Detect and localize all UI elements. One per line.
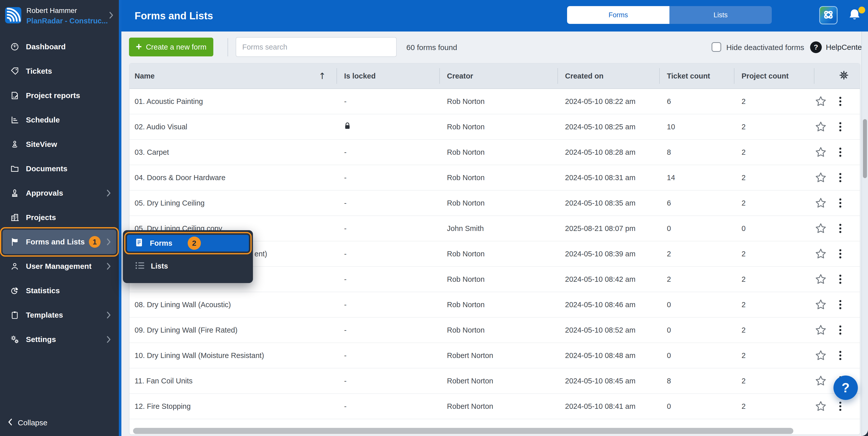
- table-row[interactable]: 02. Audio VisualRob Norton2024-05-10 08:…: [129, 114, 860, 140]
- project-count-cell: 2: [735, 275, 814, 284]
- forms-search-input[interactable]: [236, 37, 397, 57]
- kebab-menu-icon[interactable]: [838, 400, 843, 412]
- form-name-cell[interactable]: 01. Acoustic Painting: [129, 97, 337, 106]
- form-name-cell[interactable]: 11. Fan Coil Units: [129, 377, 337, 385]
- form-name-cell[interactable]: 09. Dry Lining Wall (Fire Rated): [129, 326, 337, 335]
- vertical-scrollbar-track[interactable]: [861, 31, 868, 436]
- row-actions-cell: [814, 273, 860, 285]
- form-name-cell[interactable]: 10. Dry Lining Wall (Moisture Resistant): [129, 351, 337, 360]
- column-header-creator[interactable]: Creator: [440, 63, 558, 88]
- sidebar-item-tickets[interactable]: Tickets: [3, 59, 116, 83]
- created-on-cell: 2024-05-10 08:41 am: [558, 402, 660, 411]
- context-menu-forms-item[interactable]: Forms 2: [127, 235, 249, 252]
- kebab-menu-icon[interactable]: [838, 197, 843, 209]
- create-new-form-button[interactable]: + Create a new form: [129, 38, 213, 56]
- toggle-forms-tab[interactable]: Forms: [567, 6, 670, 24]
- form-name-cell[interactable]: 04. Doors & Door Hardware: [129, 174, 337, 182]
- sidebar-item-documents[interactable]: Documents: [3, 156, 116, 181]
- kebab-menu-icon[interactable]: [838, 95, 843, 108]
- ticket-count-cell: 0: [660, 326, 735, 335]
- sidebar-item-dashboard[interactable]: Dashboard: [3, 34, 116, 59]
- notifications-button[interactable]: [847, 7, 864, 25]
- table-row[interactable]: 12. Fire Stopping-Robert Norton2024-05-1…: [129, 394, 860, 419]
- favorite-star-icon[interactable]: [815, 172, 827, 183]
- column-header-name[interactable]: Name ↑: [129, 63, 337, 88]
- sidebar-item-siteview[interactable]: SiteView: [3, 132, 116, 156]
- favorite-star-icon[interactable]: [815, 146, 827, 158]
- kebab-menu-icon[interactable]: [838, 121, 843, 133]
- vertical-scrollbar-thumb[interactable]: [863, 119, 867, 178]
- column-header-ticket-count[interactable]: Ticket count: [660, 63, 735, 88]
- table-row[interactable]: 01. Acoustic Painting-Rob Norton2024-05-…: [129, 89, 860, 114]
- project-count-cell: 2: [735, 402, 814, 411]
- form-document-icon: [135, 238, 143, 248]
- ai-assistant-button[interactable]: [819, 6, 838, 24]
- ticket-count-cell: 2: [660, 275, 735, 284]
- favorite-star-icon[interactable]: [815, 121, 827, 133]
- help-bubble-button[interactable]: ?: [834, 376, 858, 400]
- column-header-project-count[interactable]: Project count: [735, 63, 814, 88]
- sidebar-item-approvals[interactable]: Approvals: [3, 181, 116, 205]
- favorite-star-icon[interactable]: [815, 273, 827, 285]
- column-header-actions: [814, 63, 860, 88]
- table-row[interactable]: 11. Fan Coil Units-Robert Norton2024-05-…: [129, 369, 860, 394]
- kebab-menu-icon[interactable]: [838, 324, 843, 336]
- table-row[interactable]: 08. Dry Lining Wall (Acoustic)-Rob Norto…: [129, 292, 860, 318]
- chevron-right-icon: [106, 262, 111, 270]
- context-menu-lists-item[interactable]: Lists: [127, 258, 249, 274]
- table-row[interactable]: 04. Doors & Door Hardware-Rob Norton2024…: [129, 165, 860, 191]
- toggle-lists-tab[interactable]: Lists: [670, 6, 772, 24]
- table-row[interactable]: 05. Dry Lining Ceiling-Rob Norton2024-05…: [129, 191, 860, 216]
- favorite-star-icon[interactable]: [815, 223, 827, 234]
- horizontal-scrollbar-thumb[interactable]: [133, 428, 793, 434]
- hide-deactivated-label[interactable]: Hide deactivated forms: [726, 43, 804, 52]
- created-on-cell: 2024-05-10 08:45 am: [558, 377, 660, 385]
- favorite-star-icon[interactable]: [815, 350, 827, 361]
- table-row[interactable]: 09. Dry Lining Wall (Fire Rated)-Rob Nor…: [129, 318, 860, 343]
- collapse-sidebar-button[interactable]: Collapse: [8, 416, 48, 430]
- form-name-cell[interactable]: 12. Fire Stopping: [129, 402, 337, 411]
- project-count-cell: 2: [735, 123, 814, 131]
- kebab-menu-icon[interactable]: [838, 248, 843, 260]
- is-locked-cell: -: [337, 300, 440, 309]
- column-header-is-locked[interactable]: Is locked: [337, 63, 440, 88]
- column-header-created-on[interactable]: Created on: [558, 63, 660, 88]
- account-switcher[interactable]: Robert Hammer PlanRadar - Construc...: [0, 0, 119, 31]
- sidebar-item-project-reports[interactable]: Project reports: [3, 83, 116, 108]
- sidebar-item-label: Forms and Lists: [26, 238, 85, 246]
- hide-deactivated-checkbox[interactable]: [712, 42, 721, 52]
- favorite-star-icon[interactable]: [815, 299, 827, 311]
- sidebar-item-label: SiteView: [26, 140, 57, 149]
- favorite-star-icon[interactable]: [815, 197, 827, 209]
- sort-ascending-icon[interactable]: ↑: [319, 71, 326, 81]
- kebab-menu-icon[interactable]: [838, 146, 843, 158]
- is-locked-cell: -: [337, 250, 440, 258]
- table-row[interactable]: 10. Dry Lining Wall (Moisture Resistant)…: [129, 343, 860, 369]
- kebab-menu-icon[interactable]: [838, 349, 843, 361]
- buildings-icon: [10, 213, 19, 222]
- sidebar-item-schedule[interactable]: Schedule: [3, 108, 116, 132]
- favorite-star-icon[interactable]: [815, 324, 827, 336]
- sidebar-item-user-management[interactable]: User Management: [3, 254, 116, 279]
- sidebar-item-templates[interactable]: Templates: [3, 303, 116, 327]
- gear-icon[interactable]: [839, 70, 849, 82]
- helpcenter-link[interactable]: HelpCenter: [826, 43, 864, 52]
- sidebar-item-projects[interactable]: Projects: [3, 205, 116, 230]
- kebab-menu-icon[interactable]: [838, 298, 843, 311]
- sidebar-item-settings[interactable]: Settings: [3, 327, 116, 352]
- form-name-cell[interactable]: 08. Dry Lining Wall (Acoustic): [129, 300, 337, 309]
- chevron-right-icon: [106, 311, 111, 319]
- favorite-star-icon[interactable]: [815, 248, 827, 260]
- form-name-cell[interactable]: 05. Dry Lining Ceiling: [129, 199, 337, 207]
- sidebar-item-forms-and-lists[interactable]: Forms and Lists1: [3, 230, 116, 254]
- sidebar-item-statistics[interactable]: Statistics: [3, 279, 116, 303]
- table-row[interactable]: 03. Carpet-Rob Norton2024-05-10 08:28 am…: [129, 140, 860, 165]
- favorite-star-icon[interactable]: [815, 95, 827, 107]
- kebab-menu-icon[interactable]: [838, 273, 843, 285]
- kebab-menu-icon[interactable]: [838, 222, 843, 234]
- form-name-cell[interactable]: 02. Audio Visual: [129, 123, 337, 131]
- kebab-menu-icon[interactable]: [838, 172, 843, 184]
- favorite-star-icon[interactable]: [815, 401, 827, 412]
- form-name-cell[interactable]: 03. Carpet: [129, 148, 337, 156]
- favorite-star-icon[interactable]: [815, 375, 827, 387]
